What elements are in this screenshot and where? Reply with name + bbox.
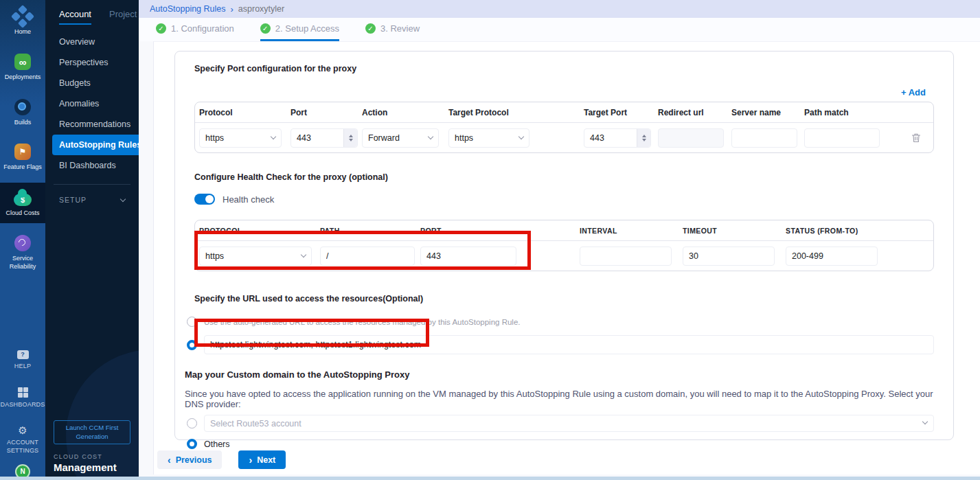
rail-label: ACCOUNT SETTINGS — [3, 439, 42, 455]
route53-radio[interactable] — [187, 418, 197, 428]
rail-item-cloud-costs[interactable]: $ Cloud Costs — [0, 183, 45, 223]
custom-url-radio[interactable] — [187, 340, 197, 350]
horizontal-scrollbar[interactable] — [0, 477, 980, 480]
setup-access-card: Specify Port configuration for the proxy… — [174, 51, 954, 440]
others-radio[interactable] — [187, 439, 197, 449]
redirect-url-input[interactable] — [658, 128, 724, 148]
rail-item-service-reliability[interactable]: Service Reliability — [0, 235, 45, 271]
sidebar-menu: Overview Perspectives Budgets Anomalies … — [45, 32, 139, 176]
tab-account[interactable]: Account — [59, 9, 91, 25]
url-section-heading: Specify the URL used to access the resou… — [194, 294, 934, 304]
rail-label: HELP — [14, 363, 31, 370]
plus-icon: + — [901, 87, 907, 98]
rail-item-dashboards[interactable]: DASHBOARDS — [0, 387, 45, 409]
chevron-right-icon: › — [249, 455, 252, 466]
rail-item-builds[interactable]: Builds — [0, 99, 45, 126]
sidebar-item-autostopping-rules[interactable]: AutoStopping Rules — [52, 135, 139, 155]
port-config-table: Protocol Port Action Target Protocol Tar… — [194, 102, 934, 153]
chevron-down-icon — [301, 252, 306, 258]
wizard-footer: ‹ Previous › Next — [157, 450, 980, 469]
hc-path-input[interactable] — [320, 247, 415, 266]
chevron-left-icon: ‹ — [168, 455, 171, 466]
module-rail: Home ∞ Deployments Builds ⚑ Feature Flag… — [0, 0, 45, 480]
rail-label: Builds — [14, 119, 32, 126]
hc-timeout-input[interactable] — [683, 247, 775, 266]
auto-url-radio[interactable] — [187, 317, 197, 327]
target-port-stepper[interactable]: 443 — [584, 128, 651, 148]
dashboards-icon — [18, 387, 28, 398]
dns-section-description: Since you have opted to access the appli… — [185, 389, 934, 409]
step-setup-access[interactable]: ✓ 2. Setup Access — [260, 18, 339, 41]
action-select[interactable]: Forward — [362, 128, 439, 148]
rail-label: Feature Flags — [3, 163, 42, 171]
chevron-down-icon — [120, 196, 126, 201]
trash-icon[interactable] — [910, 132, 922, 144]
health-check-header-row: PROTOCOL PATH PORT INTERVAL TIMEOUT STAT… — [195, 220, 933, 241]
stepper-buttons[interactable] — [637, 129, 650, 147]
health-check-heading: Configure Health Check for the proxy (op… — [194, 172, 934, 182]
gear-icon: ⚙ — [18, 425, 27, 435]
setup-label: SETUP — [59, 196, 87, 204]
rail-label: Cloud Costs — [5, 209, 39, 217]
ccm-sidebar: Account Project Overview Perspectives Bu… — [45, 0, 139, 480]
add-port-row-button[interactable]: + Add — [901, 87, 926, 98]
custom-url-input[interactable] — [204, 335, 934, 354]
rail-label: Home — [14, 28, 31, 36]
hc-protocol-select[interactable]: https — [199, 247, 312, 266]
tab-project[interactable]: Project — [109, 9, 137, 25]
sidebar-item-budgets[interactable]: Budgets — [45, 73, 139, 93]
stepper-buttons[interactable] — [343, 129, 357, 147]
sidebar-item-bi-dashboards[interactable]: BI Dashboards — [45, 155, 139, 176]
rail-item-deployments[interactable]: ∞ Deployments — [0, 54, 45, 81]
port-config-row: https 443 Forward https 443 — [195, 123, 933, 152]
path-match-input[interactable] — [804, 128, 880, 148]
step-check-icon: ✓ — [156, 23, 166, 34]
sidebar-setup-group[interactable]: SETUP — [45, 185, 139, 204]
previous-button[interactable]: ‹ Previous — [157, 450, 222, 469]
rail-label: Service Reliability — [3, 255, 42, 271]
others-label: Others — [204, 439, 230, 449]
feature-flags-icon: ⚑ — [14, 144, 31, 160]
sidebar-item-anomalies[interactable]: Anomalies — [45, 93, 139, 114]
rail-item-feature-flags[interactable]: ⚑ Feature Flags — [0, 144, 45, 171]
sidebar-item-recommendations[interactable]: Recommendations — [45, 114, 139, 135]
server-name-input[interactable] — [731, 128, 797, 148]
port-stepper[interactable]: 443 — [290, 128, 358, 148]
target-protocol-select[interactable]: https — [448, 128, 529, 148]
route53-select[interactable] — [204, 415, 934, 432]
main-area: AutoStopping Rules › asproxytyler ✓ 1. C… — [139, 0, 980, 480]
wizard-steps: ✓ 1. Configuration ✓ 2. Setup Access ✓ 3… — [139, 18, 980, 41]
launch-ccm-first-gen-button[interactable]: Launch CCM First Generation — [54, 420, 130, 444]
step-configuration[interactable]: ✓ 1. Configuration — [156, 18, 234, 41]
rail-label: DASHBOARDS — [0, 401, 45, 409]
deployments-icon: ∞ — [14, 54, 31, 70]
health-check-toggle[interactable] — [194, 194, 215, 205]
step-check-icon: ✓ — [260, 23, 271, 34]
dns-section-heading: Map your Custom domain to the AutoStoppi… — [185, 369, 934, 380]
chevron-down-icon — [519, 134, 524, 139]
harness-logo-icon — [11, 5, 34, 28]
hc-interval-input[interactable] — [580, 247, 672, 266]
rail-item-account-settings[interactable]: ⚙ ACCOUNT SETTINGS — [0, 425, 45, 455]
sidebar-item-overview[interactable]: Overview — [45, 32, 139, 52]
auto-url-option-label: Use the auto-generated URL to access the… — [204, 318, 521, 326]
hc-status-input[interactable] — [786, 247, 878, 266]
chevron-down-icon — [428, 134, 433, 139]
hc-port-input[interactable] — [420, 247, 516, 266]
health-check-row: https — [195, 241, 933, 271]
service-reliability-icon — [14, 235, 31, 251]
product-brand: CLOUD COST Management — [54, 453, 117, 473]
rail-item-help[interactable]: ? HELP — [0, 350, 45, 370]
route53-select-input[interactable] — [204, 415, 934, 432]
breadcrumb-parent-link[interactable]: AutoStopping Rules — [150, 4, 226, 14]
sidebar-item-perspectives[interactable]: Perspectives — [45, 52, 139, 73]
step-review[interactable]: ✓ 3. Review — [365, 18, 420, 41]
port-config-header-row: Protocol Port Action Target Protocol Tar… — [195, 102, 933, 123]
breadcrumb-current: asproxytyler — [238, 4, 284, 14]
next-button[interactable]: › Next — [238, 450, 286, 469]
protocol-select[interactable]: https — [199, 128, 282, 148]
rail-item-home[interactable]: Home — [0, 8, 45, 36]
health-check-table: PROTOCOL PATH PORT INTERVAL TIMEOUT STAT… — [194, 220, 934, 271]
wizard-body: Specify Port configuration for the proxy… — [153, 41, 980, 475]
chevron-down-icon — [271, 134, 276, 139]
